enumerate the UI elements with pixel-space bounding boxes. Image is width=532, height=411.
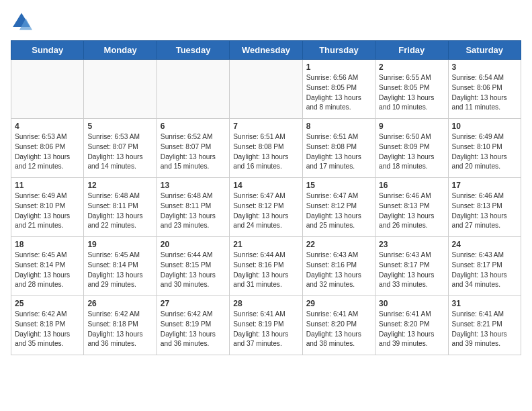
day-info: Sunrise: 6:45 AMSunset: 8:14 PMDaylight:…	[15, 250, 80, 290]
day-info: Sunrise: 6:51 AMSunset: 8:08 PMDaylight:…	[233, 132, 298, 172]
calendar-day-cell: 19Sunrise: 6:45 AMSunset: 8:14 PMDayligh…	[84, 237, 157, 296]
calendar-day-cell: 13Sunrise: 6:48 AMSunset: 8:11 PMDayligh…	[157, 178, 229, 237]
logo	[11, 11, 35, 32]
day-info: Sunrise: 6:46 AMSunset: 8:13 PMDaylight:…	[452, 191, 517, 231]
calendar-day-cell: 7Sunrise: 6:51 AMSunset: 8:08 PMDaylight…	[230, 119, 302, 178]
calendar-day-cell: 9Sunrise: 6:50 AMSunset: 8:09 PMDaylight…	[375, 119, 448, 178]
calendar-day-cell: 25Sunrise: 6:42 AMSunset: 8:18 PMDayligh…	[11, 296, 84, 355]
calendar-day-cell: 11Sunrise: 6:49 AMSunset: 8:10 PMDayligh…	[11, 178, 84, 237]
calendar-day-cell: 16Sunrise: 6:46 AMSunset: 8:13 PMDayligh…	[375, 178, 448, 237]
day-number: 16	[379, 181, 444, 190]
day-info: Sunrise: 6:52 AMSunset: 8:07 PMDaylight:…	[161, 132, 226, 172]
day-number: 21	[233, 240, 298, 249]
day-number: 7	[233, 122, 298, 131]
page-header	[11, 11, 521, 32]
calendar-day-cell: 21Sunrise: 6:44 AMSunset: 8:16 PMDayligh…	[230, 237, 302, 296]
calendar-day-cell: 10Sunrise: 6:49 AMSunset: 8:10 PMDayligh…	[448, 119, 521, 178]
calendar-day-cell: 6Sunrise: 6:52 AMSunset: 8:07 PMDaylight…	[157, 119, 229, 178]
day-info: Sunrise: 6:50 AMSunset: 8:09 PMDaylight:…	[379, 132, 444, 172]
day-number: 29	[306, 299, 371, 308]
day-of-week-header: Tuesday	[157, 41, 229, 60]
day-info: Sunrise: 6:43 AMSunset: 8:17 PMDaylight:…	[452, 250, 517, 290]
calendar-day-cell: 27Sunrise: 6:42 AMSunset: 8:19 PMDayligh…	[157, 296, 229, 355]
day-info: Sunrise: 6:43 AMSunset: 8:16 PMDaylight:…	[306, 250, 371, 290]
day-number: 24	[452, 240, 517, 249]
day-of-week-header: Sunday	[11, 41, 84, 60]
day-of-week-header: Wednesday	[230, 41, 302, 60]
day-number: 18	[15, 240, 80, 249]
day-number: 1	[306, 62, 371, 72]
day-info: Sunrise: 6:47 AMSunset: 8:12 PMDaylight:…	[306, 191, 371, 231]
day-number: 11	[15, 181, 80, 190]
day-number: 6	[161, 122, 226, 131]
day-info: Sunrise: 6:54 AMSunset: 8:06 PMDaylight:…	[452, 73, 517, 113]
day-number: 22	[306, 240, 371, 249]
day-of-week-header: Thursday	[302, 41, 375, 60]
calendar-day-cell: 2Sunrise: 6:55 AMSunset: 8:05 PMDaylight…	[375, 60, 448, 119]
calendar-day-cell	[157, 60, 229, 119]
day-number: 31	[452, 299, 517, 308]
calendar-day-cell: 14Sunrise: 6:47 AMSunset: 8:12 PMDayligh…	[230, 178, 302, 237]
day-number: 4	[15, 122, 80, 131]
day-number: 9	[379, 122, 444, 131]
calendar-day-cell: 18Sunrise: 6:45 AMSunset: 8:14 PMDayligh…	[11, 237, 84, 296]
calendar-week-row: 18Sunrise: 6:45 AMSunset: 8:14 PMDayligh…	[11, 237, 521, 296]
day-info: Sunrise: 6:48 AMSunset: 8:11 PMDaylight:…	[161, 191, 226, 231]
calendar-week-row: 11Sunrise: 6:49 AMSunset: 8:10 PMDayligh…	[11, 178, 521, 237]
day-number: 20	[161, 240, 226, 249]
day-info: Sunrise: 6:47 AMSunset: 8:12 PMDaylight:…	[233, 191, 298, 231]
calendar-day-cell: 5Sunrise: 6:53 AMSunset: 8:07 PMDaylight…	[84, 119, 157, 178]
day-number: 13	[161, 181, 226, 190]
calendar-day-cell: 31Sunrise: 6:41 AMSunset: 8:21 PMDayligh…	[448, 296, 521, 355]
day-number: 19	[87, 240, 152, 249]
calendar-day-cell: 12Sunrise: 6:48 AMSunset: 8:11 PMDayligh…	[84, 178, 157, 237]
calendar-header-row: SundayMondayTuesdayWednesdayThursdayFrid…	[11, 41, 521, 60]
calendar-table: SundayMondayTuesdayWednesdayThursdayFrid…	[11, 40, 521, 355]
calendar-day-cell: 3Sunrise: 6:54 AMSunset: 8:06 PMDaylight…	[448, 60, 521, 119]
day-of-week-header: Monday	[84, 41, 157, 60]
day-info: Sunrise: 6:42 AMSunset: 8:19 PMDaylight:…	[161, 310, 226, 349]
day-info: Sunrise: 6:41 AMSunset: 8:21 PMDaylight:…	[452, 310, 517, 349]
calendar-week-row: 4Sunrise: 6:53 AMSunset: 8:06 PMDaylight…	[11, 119, 521, 178]
day-of-week-header: Saturday	[448, 41, 521, 60]
calendar-week-row: 1Sunrise: 6:56 AMSunset: 8:05 PMDaylight…	[11, 60, 521, 119]
day-number: 12	[87, 181, 152, 190]
calendar-day-cell	[230, 60, 302, 119]
day-info: Sunrise: 6:49 AMSunset: 8:10 PMDaylight:…	[15, 191, 80, 231]
day-number: 10	[452, 122, 517, 131]
day-number: 14	[233, 181, 298, 190]
calendar-day-cell: 17Sunrise: 6:46 AMSunset: 8:13 PMDayligh…	[448, 178, 521, 237]
calendar-day-cell: 24Sunrise: 6:43 AMSunset: 8:17 PMDayligh…	[448, 237, 521, 296]
day-info: Sunrise: 6:43 AMSunset: 8:17 PMDaylight:…	[379, 250, 444, 290]
calendar-day-cell: 20Sunrise: 6:44 AMSunset: 8:15 PMDayligh…	[157, 237, 229, 296]
calendar-day-cell: 23Sunrise: 6:43 AMSunset: 8:17 PMDayligh…	[375, 237, 448, 296]
day-number: 28	[233, 299, 298, 308]
day-info: Sunrise: 6:41 AMSunset: 8:19 PMDaylight:…	[233, 310, 298, 349]
calendar-week-row: 25Sunrise: 6:42 AMSunset: 8:18 PMDayligh…	[11, 296, 521, 355]
day-number: 3	[452, 62, 517, 72]
calendar-day-cell: 22Sunrise: 6:43 AMSunset: 8:16 PMDayligh…	[302, 237, 375, 296]
day-info: Sunrise: 6:53 AMSunset: 8:07 PMDaylight:…	[87, 132, 152, 172]
day-info: Sunrise: 6:56 AMSunset: 8:05 PMDaylight:…	[306, 73, 371, 113]
calendar-day-cell	[84, 60, 157, 119]
day-info: Sunrise: 6:55 AMSunset: 8:05 PMDaylight:…	[379, 73, 444, 113]
day-info: Sunrise: 6:44 AMSunset: 8:16 PMDaylight:…	[233, 250, 298, 290]
calendar-day-cell: 8Sunrise: 6:51 AMSunset: 8:08 PMDaylight…	[302, 119, 375, 178]
calendar-day-cell: 30Sunrise: 6:41 AMSunset: 8:20 PMDayligh…	[375, 296, 448, 355]
calendar-day-cell: 28Sunrise: 6:41 AMSunset: 8:19 PMDayligh…	[230, 296, 302, 355]
day-number: 30	[379, 299, 444, 308]
day-number: 25	[15, 299, 80, 308]
calendar-day-cell: 15Sunrise: 6:47 AMSunset: 8:12 PMDayligh…	[302, 178, 375, 237]
day-number: 2	[379, 62, 444, 72]
calendar-day-cell: 1Sunrise: 6:56 AMSunset: 8:05 PMDaylight…	[302, 60, 375, 119]
day-of-week-header: Friday	[375, 41, 448, 60]
logo-icon	[11, 11, 32, 32]
calendar-day-cell: 4Sunrise: 6:53 AMSunset: 8:06 PMDaylight…	[11, 119, 84, 178]
day-info: Sunrise: 6:53 AMSunset: 8:06 PMDaylight:…	[15, 132, 80, 172]
day-number: 23	[379, 240, 444, 249]
day-info: Sunrise: 6:46 AMSunset: 8:13 PMDaylight:…	[379, 191, 444, 231]
day-number: 15	[306, 181, 371, 190]
day-info: Sunrise: 6:49 AMSunset: 8:10 PMDaylight:…	[452, 132, 517, 172]
day-info: Sunrise: 6:41 AMSunset: 8:20 PMDaylight:…	[379, 310, 444, 349]
day-info: Sunrise: 6:44 AMSunset: 8:15 PMDaylight:…	[161, 250, 226, 290]
